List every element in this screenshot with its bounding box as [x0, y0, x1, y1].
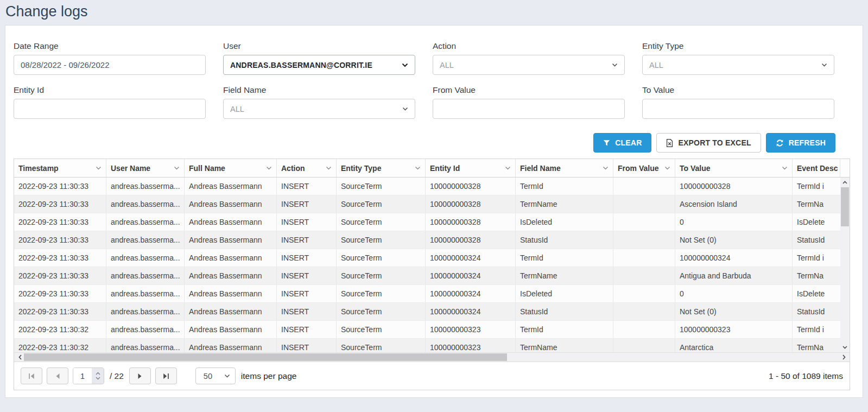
- column-menu-icon[interactable]: [326, 166, 332, 170]
- page-count-label: / 22: [110, 371, 124, 381]
- field-name-select[interactable]: ALL: [223, 99, 415, 119]
- table-row[interactable]: 2022-09-23 11:30:33andreas.basserma...An…: [14, 195, 840, 213]
- scroll-up-arrow-icon[interactable]: [840, 178, 850, 187]
- column-header-label: From Value: [618, 164, 658, 173]
- page-size-value: 50: [204, 372, 212, 381]
- grid-cell: TermName: [516, 195, 613, 213]
- column-header-to-value[interactable]: To Value: [675, 159, 793, 177]
- grid-cell: 100000000328: [675, 178, 793, 195]
- vertical-scrollbar-thumb[interactable]: [841, 187, 849, 226]
- grid-cell: Andreas Bassermann: [185, 213, 277, 231]
- column-header-event-desc[interactable]: Event Desc: [793, 159, 840, 177]
- table-row[interactable]: 2022-09-23 11:30:32andreas.basserma...An…: [14, 321, 840, 339]
- table-row[interactable]: 2022-09-23 11:30:33andreas.basserma...An…: [14, 303, 840, 321]
- grid-cell: INSERT: [277, 267, 337, 284]
- page-size-select[interactable]: 50: [195, 367, 236, 384]
- field-to-value: To Value: [642, 85, 834, 119]
- grid-cell: 2022-09-23 11:30:33: [14, 303, 106, 320]
- field-user: User ANDREAS.BASSERMANN@CORRIT.IE: [223, 41, 415, 75]
- column-header-field-name[interactable]: Field Name: [516, 159, 613, 177]
- grid-cell: andreas.basserma...: [106, 285, 185, 302]
- grid-cell: TermName: [516, 267, 613, 284]
- scroll-left-arrow-icon[interactable]: [15, 353, 24, 362]
- table-row[interactable]: 2022-09-23 11:30:32andreas.basserma...An…: [14, 339, 840, 352]
- table-row[interactable]: 2022-09-23 11:30:33andreas.basserma...An…: [14, 213, 840, 231]
- to-value-label: To Value: [642, 85, 834, 95]
- grid-cell: 2022-09-23 11:30:33: [14, 195, 106, 213]
- grid-cell: Andreas Bassermann: [185, 231, 277, 249]
- table-row[interactable]: 2022-09-23 11:30:33andreas.basserma...An…: [14, 267, 840, 285]
- table-row[interactable]: 2022-09-23 11:30:33andreas.basserma...An…: [14, 249, 840, 267]
- grid-cell: 100000000323: [675, 321, 793, 338]
- column-header-timestamp[interactable]: Timestamp: [14, 159, 106, 177]
- page-number-spinner[interactable]: [92, 368, 104, 384]
- grid-cell: andreas.basserma...: [106, 321, 185, 338]
- grid-cell: 100000000323: [426, 339, 516, 352]
- grid-cell: 100000000324: [426, 249, 516, 267]
- table-row[interactable]: 2022-09-23 11:30:33andreas.basserma...An…: [14, 178, 840, 195]
- column-menu-icon[interactable]: [96, 166, 102, 170]
- to-value-input[interactable]: [642, 99, 834, 119]
- column-header-entity-type[interactable]: Entity Type: [337, 159, 426, 177]
- pager-first-button[interactable]: [21, 367, 42, 384]
- horizontal-scrollbar-thumb[interactable]: [24, 353, 507, 361]
- user-label: User: [223, 41, 415, 51]
- column-header-full-name[interactable]: Full Name: [185, 159, 277, 177]
- chevron-down-icon: [224, 374, 230, 378]
- refresh-button[interactable]: REFRESH: [766, 133, 835, 153]
- grid-cell: SourceTerm: [337, 339, 426, 352]
- grid-cell: INSERT: [277, 285, 337, 302]
- column-menu-icon[interactable]: [415, 166, 421, 170]
- column-menu-icon[interactable]: [664, 166, 670, 170]
- entity-id-input[interactable]: [14, 99, 206, 119]
- scroll-down-arrow-icon[interactable]: [840, 343, 850, 352]
- grid-cell: INSERT: [277, 339, 337, 352]
- column-menu-icon[interactable]: [782, 166, 788, 170]
- grid-cell: [613, 213, 675, 231]
- scroll-right-arrow-icon[interactable]: [839, 353, 848, 362]
- user-select[interactable]: ANDREAS.BASSERMANN@CORRIT.IE: [223, 55, 415, 75]
- export-to-excel-button[interactable]: EXPORT TO EXCEL: [656, 133, 761, 153]
- changelog-grid: TimestampUser NameFull NameActionEntity …: [14, 159, 850, 390]
- column-header-entity-id[interactable]: Entity Id: [426, 159, 516, 177]
- grid-cell: andreas.basserma...: [106, 303, 185, 320]
- grid-cell: Andreas Bassermann: [185, 195, 277, 213]
- column-header-from-value[interactable]: From Value: [613, 159, 675, 177]
- grid-cell: 100000000328: [426, 195, 516, 213]
- column-header-user-name[interactable]: User Name: [106, 159, 185, 177]
- date-range-input[interactable]: [14, 55, 206, 75]
- table-row[interactable]: 2022-09-23 11:30:33andreas.basserma...An…: [14, 231, 840, 249]
- pager-last-button[interactable]: [155, 367, 177, 384]
- grid-cell: [613, 195, 675, 213]
- column-menu-icon[interactable]: [505, 166, 511, 170]
- column-menu-icon[interactable]: [174, 166, 180, 170]
- column-menu-icon[interactable]: [266, 166, 272, 170]
- grid-cell: SourceTerm: [337, 267, 426, 284]
- column-header-action[interactable]: Action: [277, 159, 337, 177]
- grid-cell: Andreas Bassermann: [185, 339, 277, 352]
- pager-next-button[interactable]: [129, 367, 151, 384]
- column-header-label: User Name: [111, 164, 150, 173]
- page-number-input[interactable]: [73, 368, 92, 384]
- grid-cell: Not Set (0): [675, 303, 793, 320]
- date-range-label: Date Range: [14, 41, 206, 51]
- grid-cell: [613, 303, 675, 320]
- grid-cell: andreas.basserma...: [106, 249, 185, 267]
- field-field-name: Field Name ALL: [223, 85, 415, 119]
- table-row[interactable]: 2022-09-23 11:30:33andreas.basserma...An…: [14, 285, 840, 303]
- grid-cell: 100000000324: [426, 285, 516, 302]
- grid-cell: INSERT: [277, 231, 337, 249]
- clear-button[interactable]: CLEAR: [593, 133, 651, 153]
- horizontal-scrollbar[interactable]: [14, 352, 850, 362]
- grid-cell: IsDelete: [793, 285, 840, 302]
- grid-cell: 100000000328: [426, 213, 516, 231]
- pager-prev-button[interactable]: [47, 367, 68, 384]
- chevron-down-icon: [402, 63, 408, 67]
- grid-cell: TermNa: [793, 195, 840, 213]
- from-value-input[interactable]: [433, 99, 625, 119]
- column-menu-icon[interactable]: [603, 166, 609, 170]
- vertical-scrollbar[interactable]: [840, 178, 850, 352]
- grid-cell: Antigua and Barbuda: [675, 267, 793, 284]
- entity-type-select[interactable]: ALL: [642, 55, 834, 75]
- action-select[interactable]: ALL: [433, 55, 625, 75]
